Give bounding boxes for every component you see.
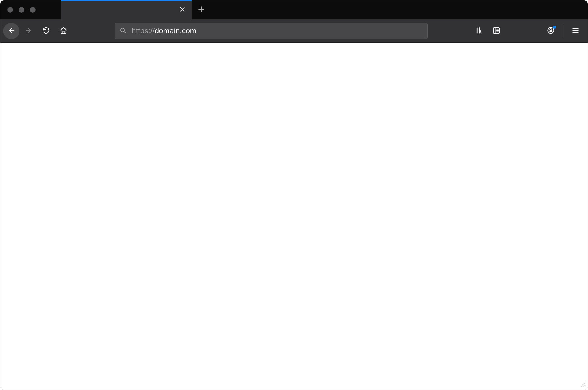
url-display: https:// domain.com [132, 26, 196, 35]
window-minimize-button[interactable] [19, 7, 24, 13]
sidebar-button[interactable] [488, 23, 504, 39]
forward-arrow-icon [25, 26, 33, 36]
library-icon [474, 26, 482, 36]
home-button[interactable] [55, 23, 72, 39]
page-content [0, 43, 588, 390]
back-button[interactable] [3, 23, 19, 39]
tab-loading-indicator [61, 0, 192, 1]
back-arrow-icon [7, 26, 15, 36]
home-icon [59, 26, 68, 36]
svg-point-19 [550, 28, 552, 30]
navigation-toolbar: https:// domain.com [0, 19, 588, 43]
window-resize-handle[interactable] [579, 380, 587, 389]
library-button[interactable] [470, 23, 487, 39]
url-host: domain.com [155, 26, 197, 35]
svg-line-25 [585, 386, 586, 387]
url-scheme: https:// [132, 26, 155, 35]
address-bar[interactable]: https:// domain.com [115, 23, 428, 39]
titlebar [0, 0, 588, 19]
close-icon [179, 6, 186, 14]
browser-tab-active[interactable] [61, 0, 192, 19]
window-close-button[interactable] [7, 7, 13, 13]
svg-line-8 [124, 31, 125, 33]
toolbar-right-group [470, 23, 584, 39]
reader-view-sidebar-icon [492, 26, 500, 36]
forward-button[interactable] [21, 23, 37, 39]
hamburger-menu-icon [571, 26, 580, 36]
resize-grip-icon [579, 383, 587, 388]
reload-button[interactable] [38, 23, 54, 39]
toolbar-divider [563, 25, 563, 37]
svg-rect-6 [63, 31, 64, 33]
search-icon [119, 27, 126, 35]
app-menu-button[interactable] [567, 23, 584, 39]
reload-icon [42, 26, 50, 36]
notification-dot-icon [553, 26, 556, 29]
browser-window: https:// domain.com [0, 0, 588, 390]
new-tab-button[interactable] [192, 0, 211, 19]
plus-icon [197, 6, 205, 14]
window-zoom-button[interactable] [30, 7, 36, 13]
tab-close-button[interactable] [177, 5, 188, 15]
account-button[interactable] [543, 23, 559, 39]
window-controls [0, 0, 61, 19]
